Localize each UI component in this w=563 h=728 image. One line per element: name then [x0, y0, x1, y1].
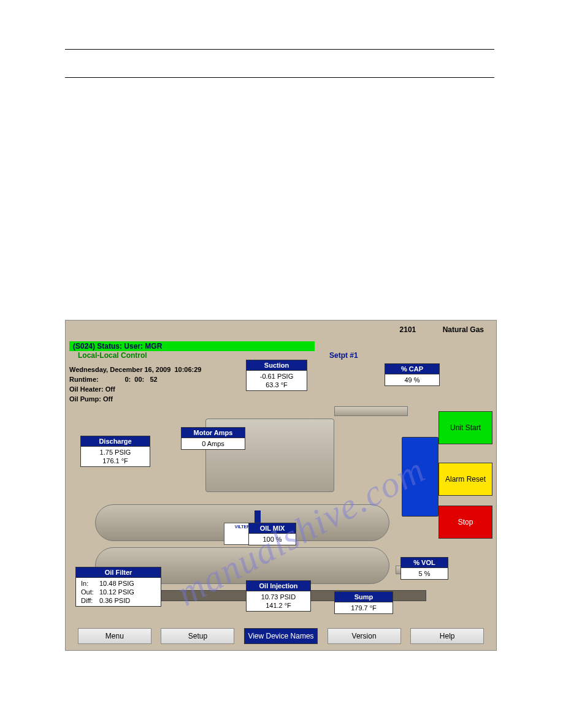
- datetime: Wednesday, December 16, 2009 10:06:29: [69, 365, 201, 374]
- divider-bottom: [65, 77, 494, 78]
- oilmix-title: OIL MIX: [248, 523, 296, 534]
- view-device-names-button[interactable]: View Device Names: [244, 628, 318, 644]
- vol-value: 5 %: [400, 568, 448, 580]
- motor-amps-gauge[interactable]: Motor Amps 0 Amps: [181, 427, 245, 450]
- status-text: (S024) Status: User: MGR: [73, 342, 162, 351]
- cap-title: % CAP: [385, 363, 440, 374]
- version-button[interactable]: Version: [327, 628, 401, 644]
- sump-value: 179.7 °F: [334, 602, 393, 614]
- discharge-title: Discharge: [80, 436, 150, 447]
- discharge-gauge[interactable]: Discharge 1.75 PSIG 176.1 °F: [80, 436, 150, 467]
- setpoint-label: Setpt #1: [329, 351, 358, 360]
- oilfilter-title: Oil Filter: [75, 567, 161, 578]
- oil-filter-gauge[interactable]: Oil Filter In:10.48 PSIG Out:10.12 PSIG …: [75, 567, 161, 607]
- setup-button[interactable]: Setup: [161, 628, 234, 644]
- control-box: [402, 437, 439, 517]
- stop-button[interactable]: Stop: [439, 506, 492, 539]
- oil-heater-row: Oil Heater: Off: [69, 384, 201, 394]
- gas-type: Natural Gas: [443, 325, 484, 334]
- suction-gauge[interactable]: Suction -0.61 PSIG 63.3 °F: [246, 360, 307, 391]
- info-block: Wednesday, December 16, 2009 10:06:29 Ru…: [69, 365, 201, 404]
- oilfilter-value: In:10.48 PSIG Out:10.12 PSIG Diff:0.36 P…: [75, 578, 161, 607]
- oil-injection-gauge[interactable]: Oil Injection 10.73 PSID 141.2 °F: [246, 580, 311, 612]
- nav-row: Menu Setup View Device Names Version Hel…: [66, 628, 496, 644]
- menu-button[interactable]: Menu: [78, 628, 151, 644]
- hmi-panel: manualshive.com 2101 Natural Gas (S024) …: [65, 320, 497, 651]
- oil-pump-row: Oil Pump: Off: [69, 394, 201, 404]
- unit-start-button[interactable]: Unit Start: [439, 411, 492, 444]
- runtime-row: Runtime: 0: 00: 52: [69, 374, 201, 384]
- unit-header: 2101 Natural Gas: [375, 325, 484, 334]
- sump-title: Sump: [334, 591, 393, 602]
- control-mode: Local-Local Control: [78, 351, 147, 360]
- oilmix-value: 100 %: [248, 534, 296, 545]
- discharge-value: 1.75 PSIG 176.1 °F: [80, 447, 150, 467]
- unit-number: 2101: [400, 325, 416, 334]
- vol-title: % VOL: [400, 557, 448, 568]
- status-bar: (S024) Status: User: MGR: [69, 341, 315, 351]
- help-button[interactable]: Help: [410, 628, 484, 644]
- suction-title: Suction: [246, 360, 307, 371]
- cap-value: 49 %: [385, 374, 440, 386]
- sump-gauge[interactable]: Sump 179.7 °F: [334, 591, 393, 614]
- oilinj-value: 10.73 PSID 141.2 °F: [246, 591, 311, 612]
- oil-mix-gauge[interactable]: OIL MIX 100 %: [248, 523, 296, 545]
- pipe: [334, 406, 408, 416]
- alarm-reset-button[interactable]: Alarm Reset: [439, 463, 492, 496]
- motor-title: Motor Amps: [181, 427, 245, 438]
- vol-gauge[interactable]: % VOL 5 %: [400, 557, 448, 580]
- oilinj-title: Oil Injection: [246, 580, 311, 591]
- suction-value: -0.61 PSIG 63.3 °F: [246, 371, 307, 391]
- motor-value: 0 Amps: [181, 438, 245, 450]
- divider-top: [65, 49, 494, 50]
- cap-gauge[interactable]: % CAP 49 %: [385, 363, 440, 386]
